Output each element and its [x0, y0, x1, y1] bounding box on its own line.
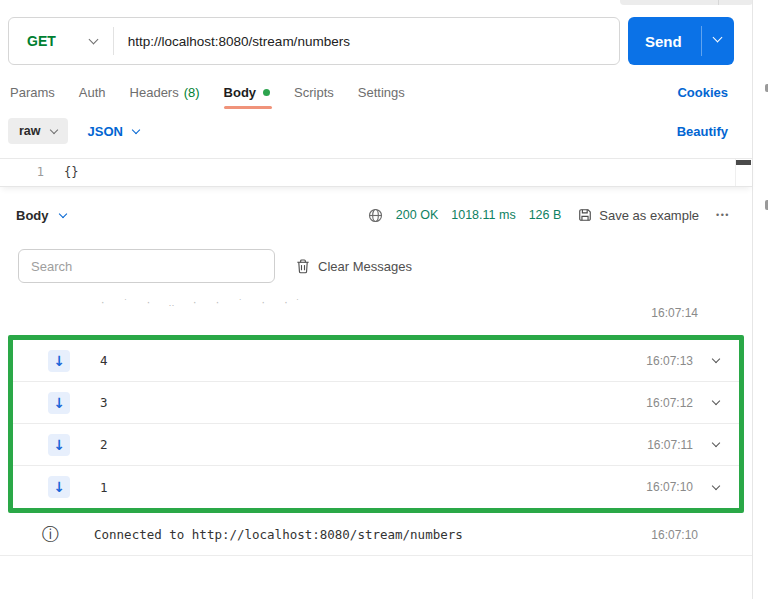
expand-row-control[interactable] [693, 486, 739, 489]
tab-label: Headers [130, 85, 179, 100]
save-as-example-label: Save as example [599, 208, 699, 223]
highlight-annotation-box: ↓ 4 16:07:13 ↓ 3 16:07:12 ↓ 2 16:07:11 [8, 335, 744, 513]
chevron-down-icon [132, 125, 140, 133]
expand-row-control[interactable] [693, 443, 739, 446]
chevron-down-icon [712, 439, 720, 447]
status-code[interactable]: 200 OK [396, 208, 438, 222]
collapsed-save-button[interactable] [620, 0, 753, 5]
arrow-down-icon: ↓ [48, 476, 70, 498]
line-number: 1 [0, 165, 44, 179]
scrollbar-thumb[interactable] [736, 160, 751, 165]
tab-scripts[interactable]: Scripts [294, 85, 334, 100]
arrow-down-icon: ↓ [48, 350, 70, 372]
search-input[interactable] [18, 249, 275, 283]
message-timestamp: 16:07:14 [651, 306, 698, 320]
tab-label: Body [224, 85, 257, 100]
body-type-select[interactable]: raw [8, 118, 68, 144]
trash-icon [296, 259, 310, 274]
message-text: 2 [100, 437, 108, 452]
editor-scrollbar[interactable] [735, 159, 752, 186]
clear-messages-button[interactable]: Clear Messages [296, 259, 412, 274]
unsaved-dot-icon [263, 89, 270, 96]
expand-row-control[interactable] [693, 401, 739, 404]
request-tabs: Params Auth Headers(8) Body Scripts Sett… [10, 81, 728, 103]
more-actions-icon[interactable]: ••• [716, 210, 730, 220]
message-row[interactable]: ↓ 4 16:07:13 [13, 340, 739, 382]
tab-headers[interactable]: Headers(8) [130, 85, 200, 100]
send-button[interactable]: Send [628, 17, 734, 65]
editor-code[interactable]: {} [64, 165, 78, 179]
arrow-down-icon: ↓ [48, 392, 70, 414]
url-bar: GET [8, 17, 620, 65]
chevron-down-icon [712, 355, 720, 363]
request-bar: GET Send [8, 17, 734, 65]
body-mode-bar: raw JSON Beautify [8, 117, 728, 145]
beautify-link[interactable]: Beautify [677, 124, 728, 139]
chevron-down-icon [58, 209, 66, 217]
response-toolbar: Body 200 OK 1018.11 ms 126 B Save as exa… [16, 204, 730, 226]
message-row[interactable]: ↓ 3 16:07:12 [13, 382, 739, 424]
tab-label: Scripts [294, 85, 334, 100]
headers-count-badge: (8) [184, 85, 200, 100]
message-timestamp: 16:07:11 [647, 438, 693, 452]
message-text: 4 [100, 353, 108, 368]
cookies-link[interactable]: Cookies [677, 85, 728, 100]
right-sidebar-rail [752, 0, 768, 599]
save-as-example-button[interactable]: Save as example [578, 208, 699, 223]
chevron-down-icon [49, 125, 57, 133]
messages-toolbar: Clear Messages [18, 249, 734, 283]
message-row[interactable]: ↓ 2 16:07:11 [13, 424, 739, 466]
main-panel: GET Send Params Auth Headers(8) Body Scr… [0, 17, 752, 556]
method-select[interactable]: GET [9, 33, 113, 49]
divider [701, 26, 702, 56]
button-divider [718, 0, 719, 5]
url-input[interactable] [114, 34, 619, 49]
expand-row-control[interactable] [693, 359, 739, 362]
tab-params[interactable]: Params [10, 85, 55, 100]
language-label: JSON [88, 124, 123, 139]
message-list: · ˙ · ‥ · · ˙ · ·˙ 16:07:14 ↓ 4 16:07:13… [0, 296, 752, 556]
response-view-label: Body [16, 208, 49, 223]
globe-icon [368, 208, 383, 223]
tab-body[interactable]: Body [224, 85, 271, 100]
message-row[interactable]: ↓ 1 16:07:10 [13, 466, 739, 508]
body-code-editor[interactable]: 1 {} [0, 158, 752, 187]
response-view-select[interactable]: Body [16, 208, 66, 223]
postman-request-view: GET Send Params Auth Headers(8) Body Scr… [0, 0, 768, 599]
message-timestamp: 16:07:12 [646, 396, 693, 410]
tab-auth[interactable]: Auth [79, 85, 106, 100]
message-row-partial[interactable]: · ˙ · ‥ · · ˙ · ·˙ 16:07:14 [0, 296, 752, 330]
tab-settings[interactable]: Settings [358, 85, 405, 100]
body-type-label: raw [19, 124, 41, 138]
tab-label: Params [10, 85, 55, 100]
chevron-down-icon [712, 397, 720, 405]
save-icon [578, 208, 592, 222]
clipped-message-text: · ˙ · ‥ · · ˙ · ·˙ [100, 298, 306, 308]
tab-label: Auth [79, 85, 106, 100]
response-meta: 200 OK 1018.11 ms 126 B Save as example … [368, 208, 730, 223]
arrow-down-icon: ↓ [48, 434, 70, 456]
message-timestamp: 16:07:13 [646, 354, 693, 368]
clear-messages-label: Clear Messages [318, 259, 412, 274]
info-icon: ⓘ [42, 526, 59, 543]
send-label: Send [628, 33, 682, 50]
message-timestamp: 16:07:10 [646, 480, 693, 494]
tab-label: Settings [358, 85, 405, 100]
message-text: Connected to http://localhost:8080/strea… [94, 527, 463, 542]
message-text: 3 [100, 395, 108, 410]
message-row-connected[interactable]: ⓘ Connected to http://localhost:8080/str… [0, 514, 752, 556]
message-text: 1 [100, 480, 108, 495]
send-options-chevron-icon[interactable] [713, 33, 723, 43]
chevron-down-icon [88, 35, 98, 45]
response-size[interactable]: 126 B [529, 208, 562, 222]
chevron-down-icon [712, 481, 720, 489]
method-label: GET [27, 33, 56, 49]
message-timestamp: 16:07:10 [651, 528, 698, 542]
response-time[interactable]: 1018.11 ms [451, 208, 515, 222]
language-select[interactable]: JSON [88, 124, 139, 139]
